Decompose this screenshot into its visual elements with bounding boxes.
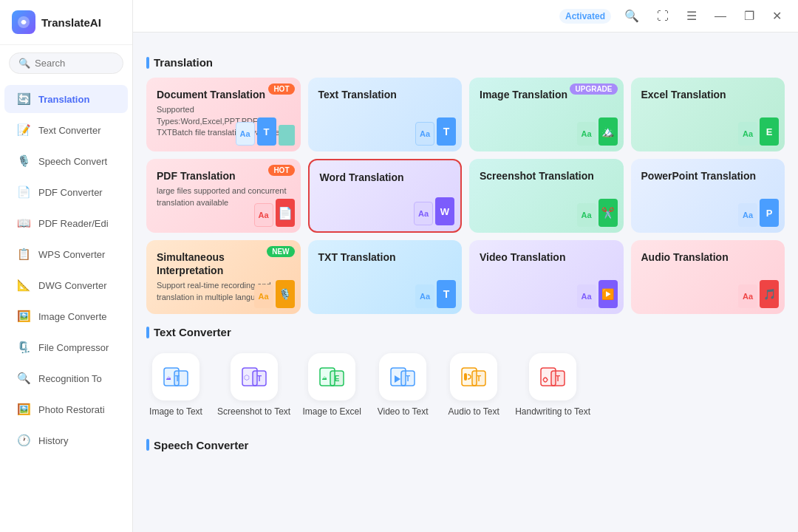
nav-icon-wps-converter: 📋 xyxy=(16,247,31,262)
card-word-translation[interactable]: Word Translation Aa W xyxy=(308,159,463,233)
restore-btn[interactable]: ❐ xyxy=(740,6,759,26)
svg-text:T: T xyxy=(477,375,481,383)
card-image-translation[interactable]: upgrade Image Translation Aa 🏔️ xyxy=(469,78,624,151)
nav-label-file-compressor: File Compressor xyxy=(38,342,109,353)
card-video-translation[interactable]: Video Translation Aa ▶️ xyxy=(469,240,624,314)
sidebar-item-dwg-converter[interactable]: 📐 DWG Converter xyxy=(4,271,128,299)
card-doc-translation[interactable]: HOT Document Translation Supported Types… xyxy=(146,78,301,151)
svg-text:⬡: ⬡ xyxy=(244,374,250,381)
sidebar-item-wps-converter[interactable]: 📋 WPS Converter xyxy=(4,240,128,268)
nav-label-history: History xyxy=(38,435,68,446)
converter-item-image-to-text[interactable]: T⛰ Image to Text xyxy=(146,353,205,418)
card-screenshot-translation[interactable]: Screenshot Translation Aa ✂️ xyxy=(469,159,624,233)
card-badge-pdf-translation: HOT xyxy=(268,165,294,176)
sidebar-item-speech-convert[interactable]: 🎙️ Speech Convert xyxy=(4,147,128,175)
card-title-ppt-translation: PowerPoint Translation xyxy=(641,169,775,183)
nav-icon-file-compressor: 🗜️ xyxy=(16,340,31,355)
card-title-audio-translation: Audio Translation xyxy=(641,250,775,264)
menu-btn[interactable]: ☰ xyxy=(682,6,701,26)
nav-icon-speech-convert: 🎙️ xyxy=(16,154,31,168)
nav-icon-pdf-converter: 📄 xyxy=(16,185,31,200)
translation-grid: HOT Document Translation Supported Types… xyxy=(146,78,785,314)
svg-point-1 xyxy=(21,20,26,24)
nav-label-wps-converter: WPS Converter xyxy=(38,249,105,260)
card-pdf-translation[interactable]: HOT PDF Translation large files supporte… xyxy=(146,159,301,233)
card-badge-doc-translation: HOT xyxy=(268,83,294,95)
sidebar-item-translation[interactable]: 🔄 Translation xyxy=(4,85,128,113)
nav-label-image-converter: Image Converte xyxy=(38,311,107,322)
card-audio-translation[interactable]: Audio Translation Aa 🎵 xyxy=(631,240,785,314)
fullscreen-btn[interactable]: ⛶ xyxy=(652,7,673,26)
svg-text:T: T xyxy=(556,375,560,383)
minimize-btn[interactable]: — xyxy=(710,7,731,26)
converter-icon-video-to-text: T xyxy=(379,353,426,400)
card-title-video-translation: Video Translation xyxy=(480,250,613,264)
converter-icon-screenshot-to-text: T⬡ xyxy=(231,353,278,400)
converter-item-handwriting-to-text[interactable]: T Handwriting to Text xyxy=(515,353,590,418)
converter-icon-image-to-text: T⛰ xyxy=(152,353,200,400)
card-badge-sim-interpretation: NEW xyxy=(267,246,294,257)
sidebar-item-pdf-reader[interactable]: 📖 PDF Reader/Edi xyxy=(4,209,128,237)
sidebar-item-file-compressor[interactable]: 🗜️ File Compressor xyxy=(4,333,128,361)
nav-label-pdf-reader: PDF Reader/Edi xyxy=(38,218,109,229)
converter-label-screenshot-to-text: Screenshot to Text xyxy=(217,406,290,418)
sidebar-item-pdf-converter[interactable]: 📄 PDF Converter xyxy=(4,178,128,206)
card-title-text-translation: Text Translation xyxy=(318,88,452,101)
converter-label-audio-to-text: Audio to Text xyxy=(449,406,499,418)
sidebar-item-photo-restore[interactable]: 🖼️ Photo Restorati xyxy=(4,395,128,423)
card-sim-interpretation[interactable]: NEW Simultaneous Interpretation Support … xyxy=(146,240,301,314)
card-badge-image-translation: upgrade xyxy=(570,83,617,95)
converter-item-audio-to-text[interactable]: T Audio to Text xyxy=(444,353,503,418)
search-input[interactable] xyxy=(35,58,114,69)
sidebar: TranslateAI 🔍 🔄 Translation 📝 Text Conve… xyxy=(0,0,133,532)
nav-label-text-converter: Text Converter xyxy=(38,125,101,136)
nav-label-speech-convert: Speech Convert xyxy=(38,156,107,167)
section-textconv-title: Text Converter xyxy=(146,326,785,338)
close-btn[interactable]: ✕ xyxy=(768,6,786,26)
svg-text:T: T xyxy=(175,375,180,383)
converter-icon-image-to-excel: E⛰ xyxy=(308,353,355,400)
card-text-translation[interactable]: Text Translation Aa T xyxy=(308,78,463,151)
card-title-txt-translation: TXT Translation xyxy=(318,250,452,264)
search-box[interactable]: 🔍 xyxy=(9,52,123,74)
nav-label-translation: Translation xyxy=(38,94,89,105)
converter-label-video-to-text: Video to Text xyxy=(378,406,429,418)
sidebar-item-image-converter[interactable]: 🖼️ Image Converte xyxy=(4,302,128,330)
converter-item-screenshot-to-text[interactable]: T⬡ Screenshot to Text xyxy=(217,353,290,418)
nav-icon-recognition-to: 🔍 xyxy=(16,371,31,386)
app-logo: TranslateAI xyxy=(0,0,132,45)
main-content: Translation HOT Document Translation Sup… xyxy=(133,0,798,532)
sidebar-nav: 🔄 Translation 📝 Text Converter 🎙️ Speech… xyxy=(0,81,132,458)
card-ppt-translation[interactable]: PowerPoint Translation Aa P xyxy=(631,159,785,233)
sidebar-item-recognition-to[interactable]: 🔍 Recognition To xyxy=(4,364,128,392)
nav-icon-image-converter: 🖼️ xyxy=(16,309,31,324)
card-excel-translation[interactable]: Excel Translation Aa E xyxy=(631,78,785,151)
svg-text:⛰: ⛰ xyxy=(166,375,171,381)
converter-icon-audio-to-text: T xyxy=(450,353,497,400)
nav-label-recognition-to: Recognition To xyxy=(38,373,102,384)
nav-icon-text-converter: 📝 xyxy=(16,123,31,137)
converter-icon-handwriting-to-text: T xyxy=(529,353,576,400)
nav-icon-translation: 🔄 xyxy=(16,92,31,106)
nav-label-dwg-converter: DWG Converter xyxy=(38,280,106,291)
converter-item-video-to-text[interactable]: T Video to Text xyxy=(373,353,432,418)
search-titlebar-btn[interactable]: 🔍 xyxy=(620,6,644,26)
svg-text:E: E xyxy=(335,375,340,383)
sidebar-item-text-converter[interactable]: 📝 Text Converter xyxy=(4,116,128,144)
svg-rect-21 xyxy=(464,373,467,381)
card-title-word-translation: Word Translation xyxy=(320,171,451,184)
card-txt-translation[interactable]: TXT Translation Aa T xyxy=(308,240,463,314)
nav-icon-dwg-converter: 📐 xyxy=(16,278,31,293)
converter-label-image-to-excel: Image to Excel xyxy=(302,406,361,418)
app-name: TranslateAI xyxy=(41,16,101,29)
search-icon: 🔍 xyxy=(18,58,30,69)
nav-label-pdf-converter: PDF Converter xyxy=(38,187,103,198)
svg-text:T: T xyxy=(257,375,262,383)
converter-label-image-to-text: Image to Text xyxy=(149,406,202,418)
converter-item-image-to-excel[interactable]: E⛰ Image to Excel xyxy=(302,353,361,418)
logo-icon xyxy=(12,10,35,34)
sidebar-item-history[interactable]: 🕐 History xyxy=(4,426,128,454)
svg-text:T: T xyxy=(406,375,410,383)
nav-icon-pdf-reader: 📖 xyxy=(16,216,31,231)
section-translation-title: Translation xyxy=(146,56,785,69)
